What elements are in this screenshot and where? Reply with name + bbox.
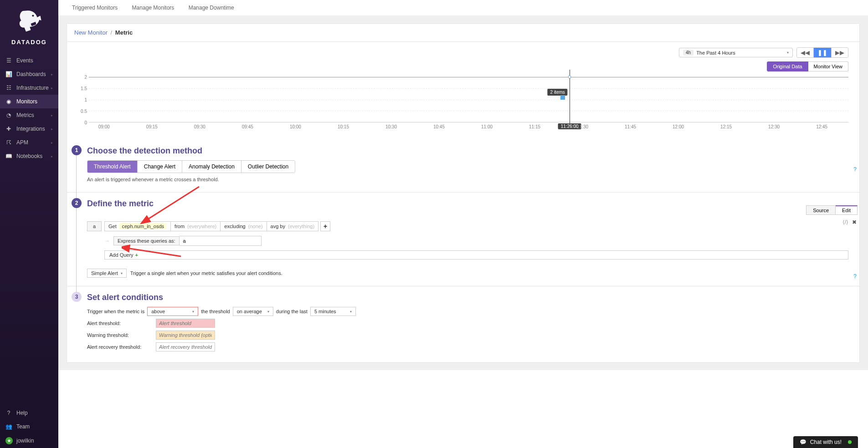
sidebar-item-monitors[interactable]: ◉Monitors xyxy=(0,95,58,108)
chart[interactable]: 2 1.5 1 0.5 0 xyxy=(67,75,859,140)
above-select[interactable]: above▾ xyxy=(147,307,198,316)
chart-tooltip: 2 items xyxy=(548,89,568,96)
time-nav: ◀◀ ❚❚ ▶▶ xyxy=(796,47,848,58)
server-icon: ☷ xyxy=(5,85,12,91)
sidebar: DATADOG ☰Events 📊Dashboards▸ ☷Infrastruc… xyxy=(0,0,58,448)
y-tick: 1 xyxy=(84,97,87,102)
logo[interactable]: DATADOG xyxy=(0,0,58,54)
x-tick: 10:00 xyxy=(290,124,301,129)
warning-threshold-input[interactable] xyxy=(156,331,215,340)
metric-tabs: Source Edit xyxy=(806,205,858,215)
recovery-threshold-input[interactable] xyxy=(156,342,215,351)
query-avgby[interactable]: avg by(everything) xyxy=(267,221,319,231)
series-line xyxy=(89,77,848,77)
add-segment-button[interactable]: + xyxy=(320,221,330,231)
chevron-right-icon: ▸ xyxy=(51,113,53,117)
book-icon: 📖 xyxy=(5,153,12,159)
query-get[interactable]: Getceph.num_in_osds xyxy=(104,221,171,231)
tab-edit[interactable]: Edit xyxy=(836,205,858,215)
on-average-select[interactable]: on average▾ xyxy=(233,307,273,316)
x-tick: 10:30 xyxy=(385,124,397,129)
series-color-icon xyxy=(560,95,565,100)
view-original-data[interactable]: Original Data xyxy=(767,61,808,71)
view-monitor-view[interactable]: Monitor View xyxy=(808,61,848,71)
sidebar-item-infrastructure[interactable]: ☷Infrastructure▸ xyxy=(0,81,58,95)
express-row: → Express these queries as: xyxy=(104,236,848,246)
express-input[interactable] xyxy=(180,236,262,246)
y-tick: 0.5 xyxy=(81,109,87,114)
x-tick: 09:00 xyxy=(98,124,110,129)
topnav: Triggered Monitors Manage Monitors Manag… xyxy=(58,0,868,16)
calendar-icon: ☰ xyxy=(5,57,12,64)
chevron-right-icon: ▸ xyxy=(51,127,53,131)
team-icon: 👥 xyxy=(5,423,12,430)
time-range-tag: 4h xyxy=(683,50,693,56)
topnav-triggered[interactable]: Triggered Monitors xyxy=(66,2,124,14)
cursor-dot xyxy=(568,76,571,79)
sidebar-item-integrations[interactable]: ✚Integrations▸ xyxy=(0,122,58,136)
tab-source[interactable]: Source xyxy=(806,205,836,215)
help-icon[interactable]: ? xyxy=(853,273,857,280)
time-nav-forward[interactable]: ▶▶ xyxy=(831,48,848,57)
time-range-select[interactable]: 4h The Past 4 Hours ▾ xyxy=(679,48,793,57)
detection-outlier[interactable]: Outlier Detection xyxy=(241,161,295,173)
help-icon: ? xyxy=(5,410,12,416)
remove-icon[interactable]: ✖ xyxy=(852,219,857,225)
detection-threshold[interactable]: Threshold Alert xyxy=(87,161,137,173)
x-tick: 09:30 xyxy=(194,124,205,129)
sidebar-bottom: ?Help 👥Team ★jowilkin xyxy=(0,406,58,448)
time-range-label: The Past 4 Hours xyxy=(696,50,735,56)
alert-threshold-input[interactable] xyxy=(156,319,215,328)
code-icon[interactable]: ⟨/⟩ xyxy=(842,219,848,225)
query-from[interactable]: from(everywhere) xyxy=(171,221,221,231)
express-label: Express these queries as: xyxy=(113,236,180,245)
time-nav-pause[interactable]: ❚❚ xyxy=(813,48,831,57)
sidebar-item-help[interactable]: ?Help xyxy=(0,406,58,420)
sidebar-item-team[interactable]: 👥Team xyxy=(0,420,58,433)
step-1-title: Choose the detection method xyxy=(87,146,848,156)
step-3: 3 Set alert conditions Trigger when the … xyxy=(67,286,859,362)
svg-point-0 xyxy=(32,15,34,16)
query-alias[interactable]: a xyxy=(87,221,102,231)
avatar: ★ xyxy=(5,437,13,444)
alert-type-row: Simple Alert ▾ Trigger a single alert wh… xyxy=(87,269,848,278)
chat-widget[interactable]: 💬 Chat with us! xyxy=(793,436,858,448)
content: New Monitor / Metric 4h The Past 4 Hours… xyxy=(67,23,860,363)
detection-method-group: Threshold Alert Change Alert Anomaly Det… xyxy=(87,160,295,173)
query-actions: ⟨/⟩ ✖ xyxy=(842,219,857,225)
detection-change[interactable]: Change Alert xyxy=(137,161,182,173)
step-3-title: Set alert conditions xyxy=(87,293,848,302)
sidebar-item-dashboards[interactable]: 📊Dashboards▸ xyxy=(0,67,58,81)
x-tick: 11:15 xyxy=(529,124,540,129)
minutes-select[interactable]: 5 minutes▾ xyxy=(310,307,356,316)
alert-type-select[interactable]: Simple Alert ▾ xyxy=(87,269,127,278)
detection-anomaly[interactable]: Anomaly Detection xyxy=(182,161,241,173)
x-tick: 09:15 xyxy=(146,124,158,129)
step-badge-3: 3 xyxy=(72,292,82,302)
x-tick: 11:30 xyxy=(577,124,588,129)
chevron-down-icon: ▾ xyxy=(787,51,789,55)
add-query-button[interactable]: Add Query + xyxy=(104,250,848,260)
metric-name[interactable]: ceph.num_in_osds xyxy=(119,223,167,229)
alert-threshold-row: Alert threshold: xyxy=(87,319,848,328)
sidebar-item-apm[interactable]: ☈APM▸ xyxy=(0,136,58,149)
datadog-icon xyxy=(13,5,45,36)
step-badge-2: 2 xyxy=(72,198,82,208)
x-tick: 09:45 xyxy=(242,124,253,129)
sidebar-item-metrics[interactable]: ◔Metrics▸ xyxy=(0,108,58,122)
breadcrumb-parent[interactable]: New Monitor xyxy=(74,29,108,36)
warning-threshold-row: Warning threshold: xyxy=(87,331,848,340)
sidebar-item-events[interactable]: ☰Events xyxy=(0,54,58,67)
x-tick: 12:45 xyxy=(816,124,827,129)
sidebar-item-notebooks[interactable]: 📖Notebooks▸ xyxy=(0,149,58,163)
help-icon[interactable]: ? xyxy=(853,166,857,173)
x-tick: 12:15 xyxy=(720,124,732,129)
query-excluding[interactable]: excluding(none) xyxy=(221,221,267,231)
topnav-manage-monitors[interactable]: Manage Monitors xyxy=(126,2,181,14)
chevron-down-icon: ▾ xyxy=(121,271,123,275)
topnav-manage-downtime[interactable]: Manage Downtime xyxy=(182,2,241,14)
step-2-title: Define the metric xyxy=(87,199,848,209)
trigger-row: Trigger when the metric is above▾ the th… xyxy=(87,307,848,316)
time-nav-back[interactable]: ◀◀ xyxy=(797,48,813,57)
sidebar-item-user[interactable]: ★jowilkin xyxy=(0,433,58,448)
